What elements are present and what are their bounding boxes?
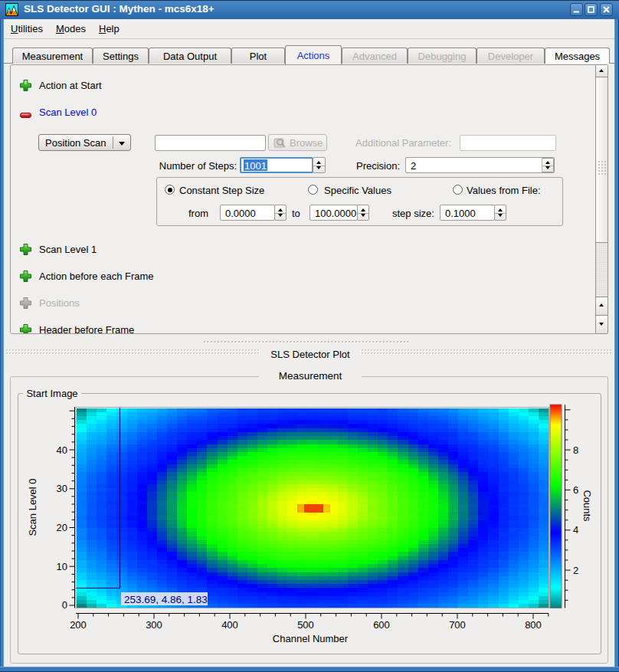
svg-text:Scan Level 0: Scan Level 0 — [27, 478, 38, 536]
svg-text:6: 6 — [573, 484, 578, 496]
svg-text:4: 4 — [573, 524, 578, 536]
svg-text:30: 30 — [57, 483, 67, 494]
svg-text:2: 2 — [573, 565, 578, 576]
svg-text:600: 600 — [373, 619, 390, 631]
svg-text:253.69, 4.86, 1.83: 253.69, 4.86, 1.83 — [124, 594, 208, 605]
svg-text:Channel Number: Channel Number — [273, 633, 349, 644]
svg-text:10: 10 — [57, 561, 67, 572]
svg-text:Counts: Counts — [581, 490, 593, 522]
svg-text:800: 800 — [525, 619, 542, 631]
svg-text:700: 700 — [449, 619, 466, 631]
svg-text:300: 300 — [146, 619, 162, 631]
svg-text:400: 400 — [221, 619, 238, 631]
svg-text:8: 8 — [573, 444, 578, 456]
svg-text:200: 200 — [70, 619, 87, 631]
svg-text:40: 40 — [57, 444, 67, 456]
svg-text:500: 500 — [297, 619, 314, 631]
svg-text:0: 0 — [62, 599, 67, 611]
svg-text:20: 20 — [57, 522, 67, 533]
